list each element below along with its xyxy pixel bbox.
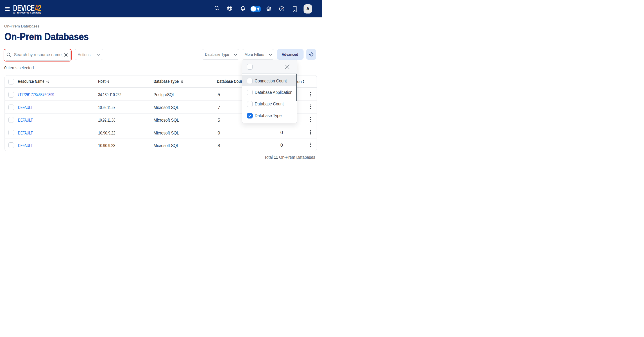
svg-text:?: ? xyxy=(280,7,282,10)
